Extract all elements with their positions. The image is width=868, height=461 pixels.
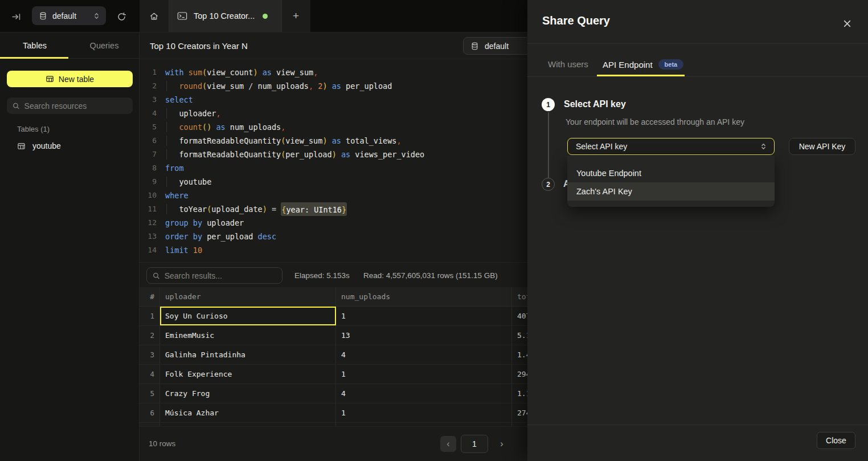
total-views-cell[interactable]: 407 [512, 307, 527, 325]
query-tab[interactable]: Top 10 Creator... [169, 0, 282, 32]
api-key-select[interactable]: Select API key [567, 138, 775, 155]
row-number-cell[interactable]: 4 [140, 365, 160, 384]
num-uploads-cell[interactable]: 1 [336, 403, 512, 422]
pagination-prev-button[interactable]: ‹ [440, 436, 456, 452]
search-icon [153, 272, 160, 280]
code-line[interactable]: 6 formatReadableQuantity(view_sum) as to… [140, 134, 527, 148]
step-2-indicator: 2 [542, 178, 555, 191]
row-number-cell[interactable]: 5 [140, 384, 160, 403]
line-number: 12 [140, 216, 157, 230]
active-tab-underline [597, 75, 685, 76]
col-header-num-uploads[interactable]: num_uploads [336, 287, 512, 306]
table-icon [46, 75, 54, 83]
divider [527, 43, 868, 44]
line-number: 1 [140, 66, 157, 79]
tab-strip: Top 10 Creator... + [140, 0, 310, 32]
num-uploads-cell[interactable]: 4 [336, 345, 512, 364]
refresh-icon [117, 12, 126, 22]
row-number-cell[interactable]: 3 [140, 345, 160, 364]
new-api-key-button[interactable]: New API Key [789, 138, 855, 155]
results-search-input[interactable] [165, 271, 276, 280]
line-number: 11 [140, 202, 157, 216]
num-uploads-cell[interactable]: 1 [336, 365, 512, 384]
pagination-page-button[interactable]: 1 [461, 435, 488, 453]
results-table: # uploader num_uploads tot 1Soy Un Curio… [140, 287, 527, 427]
code-line[interactable]: 9 youtube [140, 175, 527, 189]
row-number-cell[interactable]: 6 [140, 403, 160, 422]
tab-tables[interactable]: Tables [0, 32, 69, 58]
table-row[interactable]: 6Música Azhar1274 [140, 403, 527, 423]
col-header-uploader[interactable]: uploader [160, 287, 336, 306]
code-line[interactable]: 8from [140, 161, 527, 175]
modal-close-icon-button[interactable] [840, 16, 854, 31]
editor-database-value: default [485, 42, 509, 51]
uploader-cell[interactable]: Folk Experience [160, 365, 336, 384]
code-line[interactable]: 4 uploader, [140, 107, 527, 120]
query-title: Top 10 Creators in Year N [150, 41, 248, 51]
uploader-cell[interactable]: EminemMusic [160, 326, 336, 345]
api-key-option[interactable]: Youtube Endpoint [567, 164, 775, 182]
uploader-cell[interactable]: Soy Un Curioso [160, 307, 336, 325]
table-row[interactable]: 3Galinha Pintadinha41.4 [140, 345, 527, 365]
table-row[interactable]: 4Folk Experience1294 [140, 365, 527, 384]
tab-queries[interactable]: Queries [69, 32, 139, 58]
total-views-cell[interactable]: 5.1 [512, 326, 527, 345]
sql-editor[interactable]: 1with sum(view_count) as view_sum,2 roun… [140, 59, 527, 262]
uploader-cell[interactable]: Galinha Pintadinha [160, 345, 336, 364]
modal-close-button[interactable]: Close [817, 432, 855, 449]
new-table-label: New table [59, 75, 94, 84]
database-select-value: default [52, 11, 93, 21]
results-footer: 10 rows ‹ 1 › [140, 426, 527, 461]
num-uploads-cell[interactable]: 1 [336, 307, 512, 325]
total-views-cell[interactable]: 294 [512, 365, 527, 384]
line-number: 2 [140, 79, 157, 93]
code-line[interactable]: 14limit 10 [140, 243, 527, 257]
code-line[interactable]: 11 toYear(upload_date) = {year: UInt16} [140, 202, 527, 216]
tab-api-endpoint[interactable]: API Endpoint beta [603, 59, 683, 70]
code-line[interactable]: 1with sum(view_count) as view_sum, [140, 66, 527, 79]
table-row[interactable]: 5Crazy Frog41.1 [140, 384, 527, 403]
search-icon [13, 102, 20, 110]
col-header-total-views[interactable]: tot [512, 287, 527, 306]
read-stat: Read: 4,557,605,031 rows (151.15 GB) [363, 271, 498, 280]
code-line[interactable]: 7 formatReadableQuantity(per_upload) as … [140, 148, 527, 161]
step-1-indicator: 1 [542, 98, 555, 111]
code-line[interactable]: 5 count() as num_uploads, [140, 120, 527, 134]
table-icon [17, 142, 26, 150]
database-select[interactable]: default [32, 6, 106, 25]
total-views-cell[interactable]: 1.4 [512, 345, 527, 364]
code-line[interactable]: 13order by per_upload desc [140, 230, 527, 243]
row-number-cell[interactable]: 1 [140, 307, 160, 325]
refresh-button[interactable] [114, 9, 129, 24]
beta-badge: beta [658, 59, 684, 70]
main-panel: Top 10 Creators in Year N default 1with … [140, 32, 527, 461]
uploader-cell[interactable]: Crazy Frog [160, 384, 336, 403]
new-table-button[interactable]: New table [7, 71, 133, 87]
code-line[interactable]: 12group by uploader [140, 216, 527, 230]
total-views-cell[interactable]: 1.1 [512, 384, 527, 403]
pagination-next-button[interactable]: › [494, 436, 510, 452]
resource-search-input[interactable] [24, 101, 127, 111]
num-uploads-cell[interactable]: 4 [336, 384, 512, 403]
sidebar-item-youtube[interactable]: youtube [10, 137, 133, 154]
line-number: 14 [140, 243, 157, 257]
query-parameter-chip[interactable]: {year: UInt16} [281, 202, 347, 216]
collapse-sidebar-button[interactable] [9, 10, 23, 23]
table-row[interactable]: 2EminemMusic135.1 [140, 326, 527, 345]
total-views-cell[interactable]: 274 [512, 403, 527, 422]
tab-with-users[interactable]: With users [548, 59, 588, 69]
table-row[interactable]: 1Soy Un Curioso1407 [140, 307, 527, 326]
line-number: 8 [140, 161, 157, 175]
uploader-cell[interactable]: Música Azhar [160, 403, 336, 422]
home-button[interactable] [140, 0, 169, 32]
terminal-icon [177, 11, 187, 21]
api-key-option[interactable]: Zach's API Key [567, 182, 775, 201]
code-line[interactable]: 2 round(view_sum / num_uploads, 2) as pe… [140, 79, 527, 93]
line-number: 4 [140, 107, 157, 120]
num-uploads-cell[interactable]: 13 [336, 326, 512, 345]
new-tab-button[interactable]: + [282, 0, 310, 32]
row-number-cell[interactable]: 2 [140, 326, 160, 345]
code-line[interactable]: 3select [140, 93, 527, 107]
code-line[interactable]: 10where [140, 189, 527, 202]
sidebar-tabs: Tables Queries [0, 32, 139, 59]
